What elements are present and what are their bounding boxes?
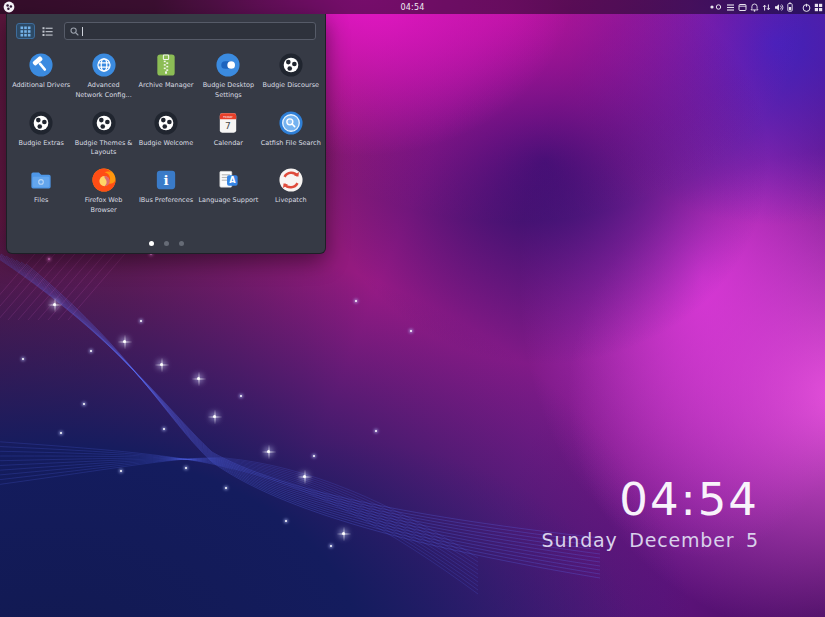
indicator-dot-icon[interactable]: [709, 2, 723, 12]
app-ibus-preferences[interactable]: IBus Preferences: [135, 165, 197, 218]
star: [375, 430, 377, 432]
app-label: Budgie Extras: [19, 139, 64, 149]
star: [330, 545, 332, 547]
star: [240, 395, 242, 397]
app-budgie-discourse[interactable]: Budgie Discourse: [260, 50, 322, 103]
list-view-icon: [42, 26, 53, 37]
firefox-icon: [91, 167, 117, 193]
apps-grid: Additional Drivers Advanced Network Conf…: [7, 43, 325, 253]
text-caret: [82, 27, 83, 36]
app-label: Catfish File Search: [261, 139, 321, 149]
app-firefox[interactable]: Firefox Web Browser: [72, 165, 134, 218]
language-support-icon: [215, 167, 241, 193]
system-tray: [709, 0, 823, 14]
app-budgie-welcome[interactable]: Budgie Welcome: [135, 108, 197, 161]
app-files[interactable]: Files: [10, 165, 72, 218]
app-additional-drivers[interactable]: Additional Drivers: [10, 50, 72, 103]
star: [342, 532, 345, 535]
app-budgie-extras[interactable]: Budgie Extras: [10, 108, 72, 161]
star: [120, 470, 122, 472]
desktop-clock-date: Sunday December 5: [542, 529, 759, 551]
list-view-toggle[interactable]: [38, 23, 57, 39]
panel-clock[interactable]: 04:54: [400, 3, 424, 12]
desktop-clock-time: 04:54: [619, 477, 759, 522]
search-input[interactable]: [64, 22, 316, 40]
app-label: Firefox Web Browser: [74, 196, 134, 216]
app-livepatch[interactable]: Livepatch: [260, 165, 322, 218]
star: [53, 303, 56, 306]
budgie-logo-icon: [278, 52, 304, 78]
app-label: IBus Preferences: [139, 196, 193, 206]
star: [225, 487, 227, 489]
network-icon[interactable]: [762, 3, 771, 12]
app-label: Calendar: [214, 139, 243, 149]
star: [160, 363, 163, 366]
app-language-support[interactable]: Language Support: [197, 165, 259, 218]
star: [140, 320, 142, 322]
additional-drivers-icon: [28, 52, 54, 78]
star: [163, 428, 165, 430]
desktop: FRIDAY 7 i: [0, 0, 825, 617]
star: [123, 340, 126, 343]
star: [185, 467, 187, 469]
star: [60, 432, 62, 434]
budgie-menu-button[interactable]: [3, 1, 15, 13]
app-archive-manager[interactable]: Archive Manager: [135, 50, 197, 103]
app-label: Language Support: [198, 196, 258, 206]
app-label: Budgie Desktop Settings: [198, 81, 258, 101]
catfish-search-icon: [278, 110, 304, 136]
top-panel: 04:54: [0, 0, 825, 14]
app-label: Additional Drivers: [12, 81, 70, 91]
power-icon[interactable]: [802, 3, 811, 12]
volume-icon[interactable]: [774, 3, 784, 12]
menu-header: [7, 14, 325, 43]
app-label: Budgie Themes & Layouts: [74, 139, 134, 159]
star: [313, 455, 315, 457]
app-catfish-file-search[interactable]: Catfish File Search: [260, 108, 322, 161]
app-advanced-network-config[interactable]: Advanced Network Config...: [72, 50, 134, 103]
battery-icon[interactable]: [787, 2, 793, 12]
page-dot-1[interactable]: [149, 241, 154, 246]
budgie-logo-icon: [91, 110, 117, 136]
star: [410, 330, 412, 332]
files-folder-icon: [28, 167, 54, 193]
notifications-icon[interactable]: [750, 3, 759, 12]
budgie-logo-icon: [28, 110, 54, 136]
app-menu-icon[interactable]: [726, 3, 735, 12]
livepatch-icon: [278, 167, 304, 193]
app-label: Advanced Network Config...: [74, 81, 134, 101]
budgie-desktop-settings-icon: [215, 52, 241, 78]
app-calendar[interactable]: Calendar: [197, 108, 259, 161]
star: [48, 258, 50, 260]
app-budgie-desktop-settings[interactable]: Budgie Desktop Settings: [197, 50, 259, 103]
page-dot-2[interactable]: [164, 241, 169, 246]
star: [303, 475, 306, 478]
page-dot-3[interactable]: [179, 241, 184, 246]
star: [83, 403, 85, 405]
app-label: Budgie Discourse: [262, 81, 319, 91]
window-list-icon[interactable]: [738, 3, 747, 12]
network-config-icon: [91, 52, 117, 78]
menu-pagination: [7, 241, 325, 246]
budgie-logo-icon: [153, 110, 179, 136]
archive-manager-icon: [153, 52, 179, 78]
grid-view-toggle[interactable]: [16, 23, 35, 39]
search-icon: [70, 27, 79, 36]
star: [285, 520, 287, 522]
star: [267, 450, 270, 453]
star: [90, 350, 92, 352]
app-label: Budgie Welcome: [139, 139, 193, 149]
app-label: Archive Manager: [139, 81, 194, 91]
calendar-icon: [215, 110, 241, 136]
star: [213, 415, 216, 418]
app-budgie-themes-layouts[interactable]: Budgie Themes & Layouts: [72, 108, 134, 161]
app-label: Livepatch: [275, 196, 307, 206]
desktop-clock: 04:54 Sunday December 5: [542, 477, 759, 551]
ibus-icon: [153, 167, 179, 193]
star: [197, 377, 200, 380]
workspace-switcher-icon[interactable]: [814, 3, 823, 12]
app-label: Files: [34, 196, 48, 206]
star: [355, 300, 357, 302]
star: [22, 358, 24, 360]
applications-menu: Additional Drivers Advanced Network Conf…: [6, 14, 326, 254]
